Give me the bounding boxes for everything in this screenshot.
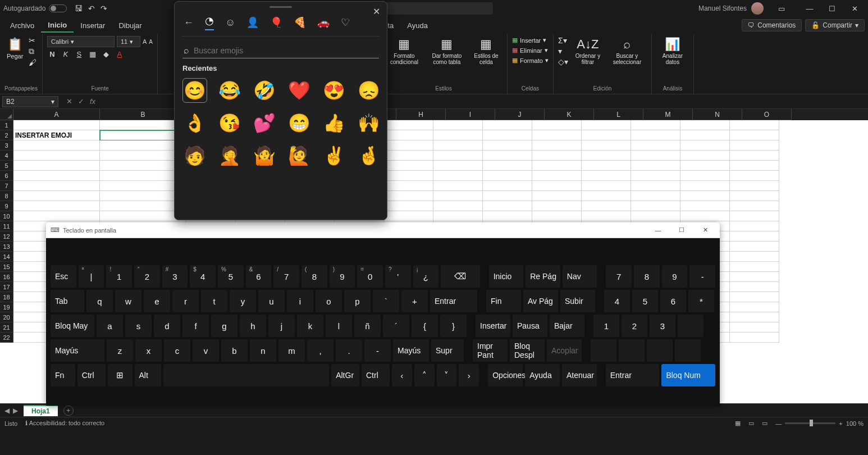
category-smileys-icon[interactable]: ☺ xyxy=(225,17,235,29)
undo-icon[interactable]: ↶ xyxy=(88,4,95,13)
category-people-icon[interactable]: 👤 xyxy=(246,16,259,29)
cell[interactable] xyxy=(680,120,730,130)
col-header[interactable]: O xyxy=(742,109,792,120)
col-header[interactable]: H xyxy=(396,109,446,120)
key[interactable]: g xyxy=(211,315,237,337)
key[interactable]: l xyxy=(326,315,352,337)
cell[interactable] xyxy=(532,161,582,171)
cell[interactable] xyxy=(730,262,779,272)
clear-icon[interactable]: ◇▾ xyxy=(558,57,568,66)
cell[interactable] xyxy=(532,171,582,181)
row-header[interactable]: 5 xyxy=(0,161,13,171)
key[interactable]: Bloq May xyxy=(51,315,94,337)
cell[interactable] xyxy=(433,191,483,201)
emoji-item[interactable]: 🤦 xyxy=(217,143,242,168)
key[interactable]: ` xyxy=(373,290,399,312)
redo-icon[interactable]: ↷ xyxy=(100,4,107,13)
key[interactable]: Fin xyxy=(486,290,521,312)
cell[interactable] xyxy=(582,161,631,171)
view-normal-icon[interactable]: ▦ xyxy=(735,420,741,427)
cell[interactable] xyxy=(483,161,532,171)
col-header[interactable]: M xyxy=(643,109,693,120)
cell[interactable] xyxy=(13,191,100,201)
cell[interactable] xyxy=(730,312,779,322)
key[interactable]: Tab xyxy=(51,290,84,312)
row-header[interactable]: 11 xyxy=(0,221,13,231)
key[interactable] xyxy=(619,339,645,362)
key[interactable]: n xyxy=(250,339,276,362)
key[interactable]: x xyxy=(135,339,162,362)
key[interactable]: Nav xyxy=(563,265,597,288)
key[interactable]: 7/ xyxy=(273,265,299,288)
row-header[interactable]: 17 xyxy=(0,282,13,292)
col-header[interactable]: N xyxy=(693,109,742,120)
key[interactable]: 8 xyxy=(634,265,660,288)
key[interactable] xyxy=(163,364,329,386)
key[interactable]: p xyxy=(344,290,371,312)
cell[interactable] xyxy=(433,201,483,211)
col-header[interactable]: L xyxy=(594,109,643,120)
cell[interactable] xyxy=(730,191,779,201)
cell[interactable] xyxy=(730,161,779,171)
key[interactable]: r xyxy=(172,290,199,312)
grow-font-icon[interactable]: A xyxy=(143,38,147,45)
find-select-button[interactable]: ⌕Buscar y seleccionar xyxy=(607,36,647,66)
cell[interactable] xyxy=(631,151,680,161)
key[interactable]: Ctrl xyxy=(77,364,106,386)
cell[interactable] xyxy=(730,140,779,151)
zoom-slider[interactable] xyxy=(785,422,835,424)
key[interactable]: Ayuda xyxy=(525,364,560,386)
cell[interactable] xyxy=(680,140,730,151)
row-header[interactable]: 15 xyxy=(0,262,13,272)
cell[interactable] xyxy=(730,282,779,292)
key[interactable]: 6 xyxy=(660,290,686,312)
cell[interactable] xyxy=(532,140,582,151)
cell[interactable] xyxy=(433,171,483,181)
paste-button[interactable]: 📋Pegar xyxy=(4,36,25,61)
key[interactable]: Av Pág xyxy=(523,290,558,312)
cell[interactable] xyxy=(631,140,680,151)
fill-icon[interactable]: ▾ xyxy=(558,47,568,56)
key[interactable]: i xyxy=(287,290,313,312)
cell[interactable] xyxy=(433,120,483,130)
key[interactable]: o xyxy=(316,290,342,312)
cell[interactable] xyxy=(483,120,532,130)
cell[interactable] xyxy=(680,161,730,171)
key[interactable]: v xyxy=(193,339,219,362)
key[interactable]: Acoplar xyxy=(547,339,582,362)
cell[interactable] xyxy=(384,130,433,140)
key[interactable]: Opciones xyxy=(488,364,523,386)
cell[interactable] xyxy=(680,211,730,221)
font-name-combo[interactable]: Calibri▾ xyxy=(47,36,115,47)
cell-styles-button[interactable]: ▦Estilos de celda xyxy=(470,36,502,66)
key[interactable]: '? xyxy=(385,265,411,288)
italic-icon[interactable]: K xyxy=(61,50,71,58)
font-color-icon[interactable]: A xyxy=(115,50,125,58)
cell[interactable] xyxy=(100,201,186,211)
key[interactable]: 8( xyxy=(301,265,327,288)
key[interactable]: h xyxy=(240,315,266,337)
cell[interactable] xyxy=(680,191,730,201)
close-icon[interactable]: ✕ xyxy=(844,4,865,13)
bold-icon[interactable]: N xyxy=(47,50,57,58)
cell[interactable] xyxy=(433,181,483,191)
save-icon[interactable]: 🖫 xyxy=(75,4,83,13)
cell[interactable] xyxy=(532,120,582,130)
key[interactable]: 1 xyxy=(593,315,619,337)
key[interactable] xyxy=(678,315,703,337)
row-header[interactable]: 8 xyxy=(0,191,13,201)
key[interactable]: } xyxy=(440,315,467,337)
row-header[interactable]: 7 xyxy=(0,181,13,191)
cell[interactable] xyxy=(483,211,532,221)
emoji-item[interactable]: 🤷 xyxy=(252,143,277,168)
cell[interactable] xyxy=(384,151,433,161)
cut-icon[interactable]: ✂ xyxy=(29,36,36,45)
cell[interactable] xyxy=(433,151,483,161)
row-header[interactable]: 4 xyxy=(0,151,13,161)
cell[interactable] xyxy=(631,130,680,140)
key[interactable]: Impr Pant xyxy=(473,339,508,362)
key[interactable]: { xyxy=(412,315,438,337)
cell[interactable] xyxy=(384,140,433,151)
key[interactable]: ¿¡ xyxy=(413,265,439,288)
tab-archivo[interactable]: Archivo xyxy=(3,19,41,32)
